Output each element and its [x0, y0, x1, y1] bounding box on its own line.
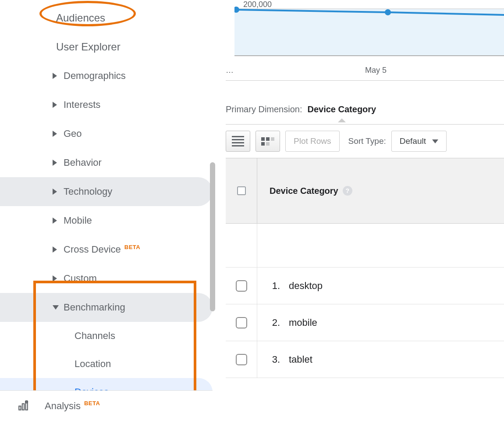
sidebar-item-label: Technology: [64, 186, 112, 197]
chevron-right-icon: [53, 160, 57, 166]
analysis-icon: [18, 400, 29, 412]
view-comparison-button[interactable]: [256, 131, 280, 152]
chevron-right-icon: [53, 246, 57, 253]
sidebar-item-behavior[interactable]: Behavior: [0, 148, 213, 177]
chevron-right-icon: [53, 102, 57, 108]
table-row[interactable]: 3. tablet: [226, 341, 504, 378]
sidebar-item-label: Demographics: [64, 70, 126, 82]
table-header: Device Category ?: [226, 158, 504, 224]
sidebar-item-demographics[interactable]: Demographics: [0, 61, 213, 90]
table-toolbar: Plot Rows Sort Type: Default: [226, 124, 504, 152]
sidebar-item-label: Audiences: [56, 12, 105, 24]
line-chart: 200,000: [241, 0, 504, 61]
chevron-right-icon: [53, 131, 57, 137]
chevron-down-icon: [53, 305, 59, 310]
row-value: desktop: [289, 280, 323, 292]
primary-dimension-row: Primary Dimension: Device Category: [226, 104, 504, 114]
plot-rows-button[interactable]: Plot Rows: [285, 131, 340, 152]
sidebar-item-user-explorer[interactable]: User Explorer: [0, 32, 213, 61]
grid-icon: [261, 137, 274, 146]
sidebar-item-label: Mobile: [64, 215, 92, 226]
sidebar-item-geo[interactable]: Geo: [0, 119, 213, 148]
sidebar-item-technology[interactable]: Technology: [0, 177, 213, 206]
chart-x-axis: … May 5: [226, 63, 504, 81]
table-row[interactable]: 2. mobile: [226, 304, 504, 341]
active-indicator-icon: [338, 118, 346, 122]
sidebar-item-bench-location[interactable]: Location: [0, 350, 213, 378]
sidebar-item-label: Channels: [75, 330, 115, 342]
row-index: 3.: [269, 354, 280, 365]
help-icon[interactable]: ?: [343, 186, 352, 196]
column-header-device-category[interactable]: Device Category: [270, 186, 338, 196]
row-index: 2.: [269, 317, 280, 328]
sidebar-item-interests[interactable]: Interests: [0, 90, 213, 119]
chart-svg: [234, 0, 504, 56]
row-value: mobile: [289, 317, 317, 328]
sidebar-item-label: Behavior: [64, 157, 102, 168]
sidebar-item-label: Custom: [64, 273, 97, 284]
view-table-button[interactable]: [226, 131, 250, 152]
sidebar-item-label: Benchmarking: [64, 302, 125, 313]
device-table: Device Category ? 1. desktop 2. mobile: [226, 158, 504, 378]
svg-point-7: [385, 9, 391, 15]
svg-rect-4: [234, 9, 504, 56]
sidebar-item-bench-channels[interactable]: Channels: [0, 322, 213, 350]
primary-dimension-value[interactable]: Device Category: [307, 104, 376, 114]
chart-x-tick: May 5: [365, 66, 387, 75]
row-checkbox[interactable]: [236, 317, 247, 328]
row-checkbox[interactable]: [236, 280, 247, 292]
svg-rect-1: [22, 403, 24, 410]
main-content: 200,000 … May 5 Primary Dimension: Devic…: [213, 0, 504, 421]
sidebar-item-label: User Explorer: [56, 41, 121, 53]
sidebar-bottom-analysis[interactable]: Analysis BETA: [0, 390, 213, 421]
sort-type-select[interactable]: Default: [391, 131, 447, 152]
sidebar-item-audiences[interactable]: Audiences: [0, 4, 213, 32]
sidebar: Audiences User Explorer Demographics Int…: [0, 0, 213, 421]
sidebar-item-label: Analysis: [45, 400, 81, 412]
sidebar-item-mobile[interactable]: Mobile: [0, 206, 213, 235]
table-summary-row: [226, 224, 504, 268]
row-checkbox[interactable]: [236, 354, 247, 365]
chevron-right-icon: [53, 275, 57, 282]
sidebar-item-benchmarking[interactable]: Benchmarking: [0, 293, 213, 322]
sidebar-item-label: Cross Device: [64, 244, 121, 255]
row-value: tablet: [289, 354, 312, 365]
chevron-down-icon: [432, 139, 438, 143]
primary-dimension-label: Primary Dimension:: [226, 104, 302, 114]
beta-badge: BETA: [124, 244, 140, 250]
chevron-right-icon: [53, 189, 57, 195]
table-row[interactable]: 1. desktop: [226, 268, 504, 304]
sidebar-item-custom[interactable]: Custom: [0, 264, 213, 293]
select-all-checkbox[interactable]: [226, 158, 257, 223]
sort-type-label: Sort Type:: [348, 136, 386, 146]
chart-x-tick: …: [226, 66, 234, 75]
sidebar-item-label: Interests: [64, 99, 100, 111]
row-index: 1.: [269, 280, 280, 292]
svg-rect-0: [19, 406, 21, 410]
chevron-right-icon: [53, 73, 57, 79]
sidebar-item-cross-device[interactable]: Cross Device BETA: [0, 235, 213, 264]
chevron-right-icon: [53, 218, 57, 224]
table-rows-icon: [232, 136, 244, 146]
sidebar-item-label: Location: [75, 358, 111, 370]
beta-badge: BETA: [84, 400, 100, 407]
sidebar-item-label: Geo: [64, 128, 82, 139]
